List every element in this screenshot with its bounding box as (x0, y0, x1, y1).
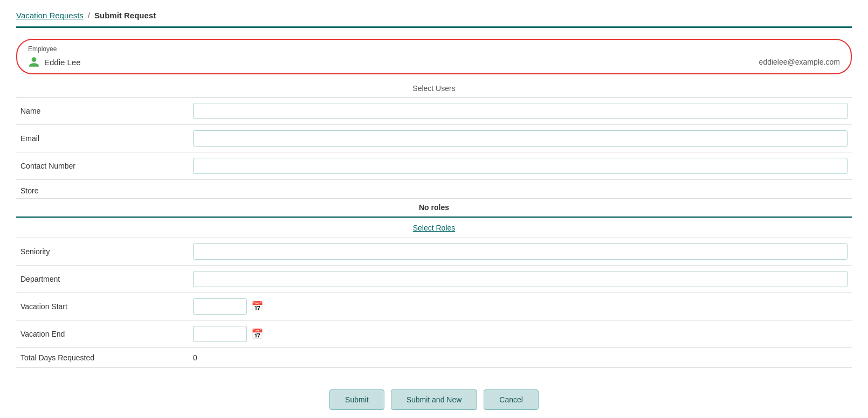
vacation-start-calendar-icon[interactable]: 📅 (251, 301, 263, 312)
seniority-label: Seniority (16, 238, 189, 266)
breadcrumb-link[interactable]: Vacation Requests (16, 11, 84, 20)
no-roles-text: No roles (419, 203, 449, 212)
department-row: Department (16, 266, 852, 293)
vacation-start-cell: 📅 (189, 293, 852, 321)
store-label: Store (16, 180, 189, 199)
department-label: Department (16, 266, 189, 293)
name-cell (189, 97, 852, 125)
contact-row: Contact Number (16, 152, 852, 180)
store-row: Store (16, 180, 852, 199)
breadcrumb: Vacation Requests / Submit Request (16, 11, 852, 20)
total-days-row: Total Days Requested 0 (16, 348, 852, 368)
no-roles-row: No roles (16, 199, 852, 217)
vacation-end-calendar-icon[interactable]: 📅 (251, 328, 263, 340)
employee-row: Eddie Lee eddielee@example.com (28, 56, 840, 68)
store-cell (189, 180, 852, 199)
contact-input[interactable] (193, 158, 848, 174)
select-users-row: Select Users (16, 80, 852, 97)
vacation-end-row: Vacation End 📅 (16, 321, 852, 348)
breadcrumb-separator: / (88, 11, 90, 20)
vacation-start-label: Vacation Start (16, 293, 189, 321)
employee-label: Employee (28, 45, 840, 53)
form-table: Name Email Contact Number Store (16, 97, 852, 368)
select-roles-row: Select Roles (16, 218, 852, 238)
submit-button[interactable]: Submit (329, 389, 384, 410)
vacation-start-input[interactable] (193, 298, 247, 315)
total-days-label: Total Days Requested (16, 348, 189, 368)
department-input[interactable] (193, 271, 848, 287)
vacation-start-row: Vacation Start 📅 (16, 293, 852, 321)
name-row: Name (16, 97, 852, 125)
employee-name: Eddie Lee (44, 58, 81, 67)
total-days-value: 0 (193, 353, 197, 362)
employee-name-group: Eddie Lee (28, 56, 81, 68)
email-cell (189, 125, 852, 152)
vacation-end-input[interactable] (193, 326, 247, 342)
name-label: Name (16, 97, 189, 125)
email-row: Email (16, 125, 852, 152)
contact-cell (189, 152, 852, 180)
select-users-label: Select Users (412, 84, 455, 93)
breadcrumb-current: Submit Request (94, 11, 156, 20)
cancel-button[interactable]: Cancel (484, 389, 539, 410)
top-divider (16, 26, 852, 28)
email-label: Email (16, 125, 189, 152)
seniority-input[interactable] (193, 243, 848, 260)
seniority-cell (189, 238, 852, 266)
department-cell (189, 266, 852, 293)
select-roles-cell: Select Roles (16, 218, 852, 238)
total-days-cell: 0 (189, 348, 852, 368)
select-roles-link[interactable]: Select Roles (413, 224, 456, 232)
vacation-end-label: Vacation End (16, 321, 189, 348)
employee-section: Employee Eddie Lee eddielee@example.com (16, 39, 852, 74)
employee-email: eddielee@example.com (759, 58, 840, 66)
person-icon (28, 56, 40, 68)
email-input[interactable] (193, 130, 848, 147)
contact-label: Contact Number (16, 152, 189, 180)
vacation-start-wrapper: 📅 (193, 298, 848, 315)
seniority-row: Seniority (16, 238, 852, 266)
button-row: Submit Submit and New Cancel (16, 389, 852, 418)
name-input[interactable] (193, 103, 848, 119)
submit-new-button[interactable]: Submit and New (391, 389, 478, 410)
vacation-end-wrapper: 📅 (193, 326, 848, 342)
vacation-end-cell: 📅 (189, 321, 852, 348)
